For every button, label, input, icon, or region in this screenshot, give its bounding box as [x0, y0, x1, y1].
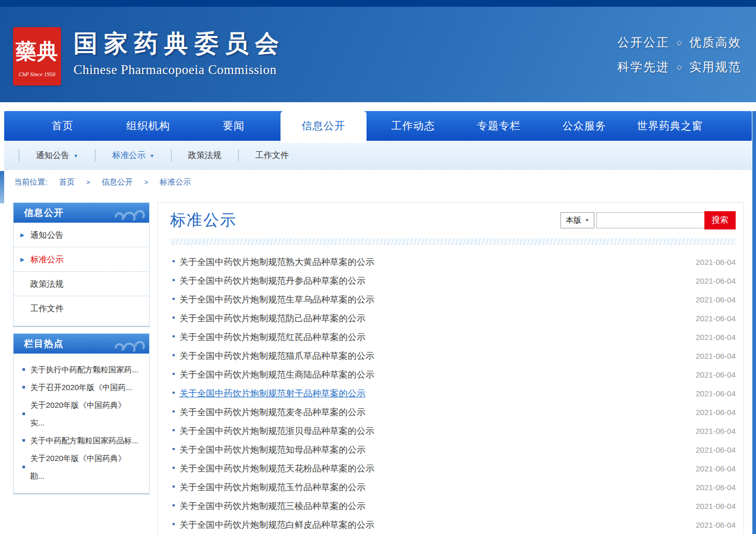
announcement-row: 关于全国中药饮片炮制规范天花粉品种草案的公示 2021-06-04: [170, 459, 736, 478]
breadcrumb-link[interactable]: 首页: [59, 177, 75, 187]
slogan-text: 公开公正: [617, 34, 669, 51]
bullet-square-icon: [22, 386, 25, 389]
caret-down-icon: ▼: [585, 218, 589, 223]
search-button[interactable]: 搜索: [704, 211, 736, 229]
announcement-row: 关于全国中药饮片炮制规范白鲜皮品种草案的公示 2021-06-04: [170, 515, 736, 534]
announcement-link[interactable]: 关于全国中药饮片炮制规范红芪品种草案的公示: [179, 331, 696, 343]
breadcrumb-label: 当前位置:: [14, 177, 47, 187]
left-edge-decoration: [0, 171, 4, 203]
announcement-row: 关于全国中药饮片炮制规范玉竹品种草案的公示 2021-06-04: [170, 478, 736, 496]
slogan-text: 科学先进: [617, 59, 669, 75]
nav-item[interactable]: 要闻: [191, 111, 276, 141]
scrollbar[interactable]: [752, 111, 756, 534]
announcement-link[interactable]: 关于全国中药饮片炮制规范射干品种草案的公示: [179, 387, 696, 399]
announcement-row: 关于全国中药饮片炮制规范麦冬品种草案的公示 2021-06-04: [170, 403, 736, 421]
nav-item[interactable]: 首页: [20, 111, 105, 141]
announcement-row: 关于全国中药饮片炮制规范生草乌品种草案的公示 2021-06-04: [170, 290, 736, 309]
nav-item[interactable]: 公众服务: [542, 111, 627, 141]
announcement-date: 2021-06-04: [696, 295, 736, 304]
search-scope-select[interactable]: 本版 ▼: [560, 212, 594, 228]
search-bar: 本版 ▼ 搜索: [560, 211, 736, 229]
subnav-item[interactable]: 通知公告 ▼: [19, 149, 95, 162]
subnav-item-label: 标准公示: [112, 150, 145, 161]
announcement-link[interactable]: 关于全国中药饮片炮制规范天花粉品种草案的公示: [179, 463, 696, 475]
announcement-link[interactable]: 关于全国中药饮片炮制规范丹参品种草案的公示: [179, 275, 696, 287]
announcement-row: 关于全国中药饮片炮制规范防己品种草案的公示 2021-06-04: [170, 309, 736, 327]
breadcrumb-list: 首页 信息公开 标准公示: [59, 177, 191, 187]
announcement-date: 2021-06-04: [696, 314, 736, 323]
subnav-item-label: 政策法规: [188, 150, 222, 161]
page: 藥典 ChP Since 1950 国家药典委员会 Chinese Pharma…: [0, 0, 756, 534]
nav-item[interactable]: 世界药典之窗: [627, 111, 713, 141]
hot-list-item[interactable]: 关于执行中药配方颗粒国家药...: [14, 361, 149, 379]
cloud-icon: [113, 336, 147, 351]
announcement-link[interactable]: 关于全国中药饮片炮制规范熟大黄品种草案的公示: [179, 256, 696, 268]
sidebar-item[interactable]: 政策法规: [14, 272, 149, 296]
search-input[interactable]: [596, 212, 704, 228]
announcement-date: 2021-06-04: [696, 427, 736, 435]
announcement-link[interactable]: 关于全国中药饮片炮制规范知母品种草案的公示: [179, 444, 696, 456]
bullet-square-icon: [173, 486, 175, 488]
bullet-square-icon: [173, 335, 175, 337]
bullet-square-icon: [22, 368, 25, 371]
announcement-link[interactable]: 关于全国中药饮片炮制规范生草乌品种草案的公示: [179, 294, 696, 306]
bullet-square-icon: [173, 354, 175, 356]
bullet-square-icon: [173, 317, 175, 319]
announcement-date: 2021-06-04: [696, 445, 736, 454]
announcement-link[interactable]: 关于全国中药饮片炮制规范浙贝母品种草案的公示: [179, 425, 696, 437]
slogan-line-1: 公开公正 ◇ 优质高效: [617, 34, 741, 51]
diamond-icon: ◇: [677, 63, 682, 71]
announcement-date: 2021-06-04: [696, 276, 736, 285]
subnav-item-label: 工作文件: [255, 150, 289, 161]
sidebar-item[interactable]: ▶ 通知公告: [14, 223, 149, 247]
hot-item-text: 关于召开2020年版《中国药...: [30, 379, 132, 396]
bullet-square-icon: [22, 439, 25, 442]
hot-list-item[interactable]: 关于中药配方颗粒国家药品标...: [14, 432, 149, 450]
main-nav: 首页 组织机构 要闻 信息公开 工作动态 专题专栏 公众服务 世界药典之窗: [4, 111, 752, 141]
nav-item[interactable]: 信息公开: [281, 111, 366, 143]
bullet-square-icon: [173, 467, 175, 469]
bullet-square-icon: [173, 448, 175, 450]
announcement-link[interactable]: 关于全国中药饮片炮制规范三棱品种草案的公示: [179, 500, 696, 512]
breadcrumb: 当前位置: 首页 信息公开 标准公示: [0, 170, 756, 194]
hot-list-item[interactable]: 关于2020年版《中国药典》 实...: [14, 396, 149, 432]
hot-list-item[interactable]: 关于2020年版《中国药典》 勘...: [14, 450, 149, 485]
caret-down-icon: ▼: [74, 154, 78, 159]
striped-divider: [170, 238, 736, 245]
sidebar-item[interactable]: ▶ 标准公示: [14, 247, 149, 272]
sidebar-item-label: 工作文件: [30, 304, 64, 313]
nav-item[interactable]: 组织机构: [105, 111, 191, 141]
nav-item[interactable]: 工作动态: [371, 111, 456, 141]
logo-tagline: ChP Since 1950: [13, 71, 61, 77]
sidebar-section-title-text: 栏目热点: [24, 338, 64, 349]
arrow-right-icon: ▶: [20, 247, 25, 272]
sidebar-section-info-disclosure: 信息公开 ▶ 通知公告 ▶ 标准公示: [13, 202, 150, 327]
nav-item[interactable]: 专题专栏: [456, 111, 542, 141]
announcement-list: 关于全国中药饮片炮制规范熟大黄品种草案的公示 2021-06-04 关于全国中药…: [170, 252, 736, 534]
announcement-link[interactable]: 关于全国中药饮片炮制规范生商陆品种草案的公示: [179, 369, 696, 381]
subnav-item[interactable]: 工作文件: [238, 149, 306, 162]
announcement-link[interactable]: 关于全国中药饮片炮制规范玉竹品种草案的公示: [179, 481, 696, 493]
cloud-icon: [113, 205, 147, 221]
sidebar-item[interactable]: 工作文件: [14, 296, 149, 321]
main-content: 标准公示 本版 ▼ 搜索 关于全国中药饮片炮制规范熟大黄品种草案的公示: [157, 202, 744, 534]
diamond-icon: ◇: [677, 39, 682, 46]
breadcrumb-link[interactable]: 信息公开: [75, 177, 133, 187]
slogan-text: 优质高效: [689, 34, 741, 51]
hot-list-item[interactable]: 关于召开2020年版《中国药...: [14, 379, 149, 396]
subnav-item[interactable]: 政策法规: [171, 149, 238, 162]
site-logo[interactable]: 藥典 ChP Since 1950: [13, 27, 61, 86]
announcement-link[interactable]: 关于全国中药饮片炮制规范猫爪草品种草案的公示: [179, 350, 696, 362]
announcement-link[interactable]: 关于全国中药饮片炮制规范白鲜皮品种草案的公示: [179, 519, 696, 531]
subnav-item[interactable]: 标准公示 ▼: [95, 149, 171, 162]
site-header: 藥典 ChP Since 1950 国家药典委员会 Chinese Pharma…: [0, 7, 756, 102]
bullet-square-icon: [173, 279, 175, 281]
logo-seal-text: 藥典: [13, 29, 61, 73]
hot-item-text: 关于2020年版《中国药典》 勘...: [30, 450, 126, 485]
breadcrumb-link[interactable]: 标准公示: [133, 177, 191, 187]
sidebar-section-title-text: 信息公开: [24, 208, 64, 218]
announcement-link[interactable]: 关于全国中药饮片炮制规范麦冬品种草案的公示: [179, 406, 696, 418]
announcement-link[interactable]: 关于全国中药饮片炮制规范防己品种草案的公示: [179, 312, 696, 324]
site-subtitle: Chinese Pharmacopoeia Commission: [74, 63, 285, 77]
bullet-square-icon: [22, 412, 25, 415]
